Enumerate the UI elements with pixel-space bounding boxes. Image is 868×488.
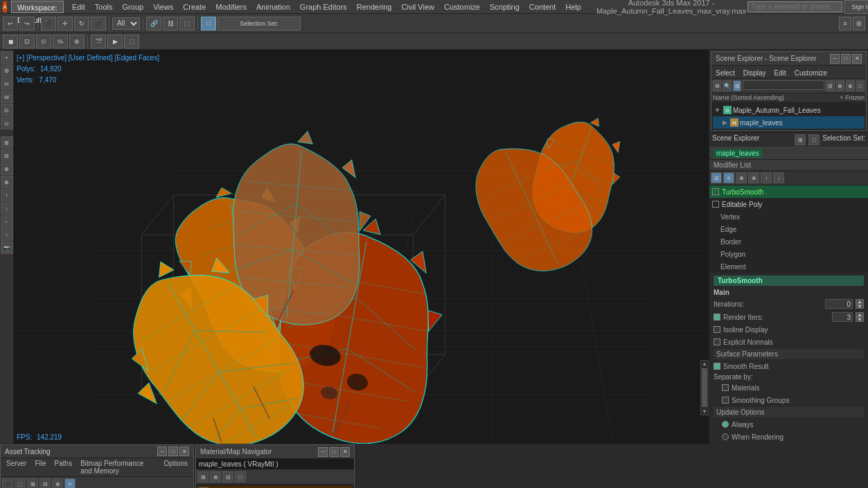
scene-footer-1[interactable]: ⊞	[795, 134, 806, 145]
viewport-nav-2[interactable]: ⊟	[1, 150, 13, 162]
menu-customize[interactable]: Scripting	[486, 0, 524, 14]
matmap-scrollbar[interactable]: ▲ ▼	[700, 360, 709, 415]
move-btn[interactable]: ✛	[57, 17, 73, 30]
surface-params-section[interactable]: Surface Parameters	[714, 349, 864, 359]
modifier-border[interactable]: Border	[709, 235, 868, 248]
menu-group[interactable]: Views	[149, 0, 177, 14]
modifier-editpoly[interactable]: Editable Poly	[709, 198, 868, 210]
when-rendering-radio[interactable]	[722, 433, 729, 440]
asset-maximize[interactable]: □	[168, 446, 178, 456]
matmap-maximize[interactable]: □	[329, 447, 339, 457]
render-iters-spinner[interactable]: ▲ ▼	[856, 312, 864, 322]
unlink-btn[interactable]: ⛓	[163, 17, 178, 30]
asset-tb-5[interactable]: ⊕	[52, 478, 63, 488]
scene-explorer-close[interactable]: ✕	[852, 54, 862, 64]
asset-tb-3[interactable]: ⊞	[27, 478, 38, 488]
scene-item-root[interactable]: ▼ G Maple_Autumn_Fall_Leaves	[713, 104, 865, 116]
workspace-selector[interactable]: Workspace: Default	[11, 1, 64, 13]
matmap-tb-2[interactable]: ⊕	[210, 471, 221, 482]
mod-tb-6[interactable]: ↓	[773, 172, 784, 183]
modifier-turbosm[interactable]: ✓ TurboSmooth	[709, 186, 868, 198]
menu-modifiers[interactable]: Animation	[252, 0, 294, 14]
matmap-tb-1[interactable]: ⊞	[197, 471, 209, 482]
viewport-nav-6[interactable]: ↓	[1, 202, 13, 215]
viewport-nav-5[interactable]: ↑	[1, 189, 13, 201]
asset-tb-2[interactable]: ⬚	[15, 478, 26, 488]
select-filter[interactable]: All	[112, 17, 140, 30]
asset-menu-file[interactable]: File	[30, 458, 50, 476]
layer-manager[interactable]: ≡	[839, 17, 851, 30]
viewport-nav-1[interactable]: ⊞	[1, 136, 13, 149]
scene-tb-5[interactable]: ⊗	[846, 80, 854, 91]
mod-tb-3[interactable]: ⊕	[736, 172, 747, 183]
snap-toggle[interactable]: ⊡	[19, 35, 35, 48]
viewport-area[interactable]: [+] [Perspective] [User Defined] [Edged …	[14, 50, 709, 444]
modify-tool[interactable]: ⚙	[1, 64, 13, 77]
scene-tb-filter[interactable]: ⊞	[733, 80, 741, 91]
iterations-spinner[interactable]: ▲ ▼	[856, 299, 864, 309]
scene-explorer-minimize[interactable]: ─	[830, 54, 840, 64]
modifier-vertex[interactable]: Vertex	[709, 210, 868, 223]
rotate-btn[interactable]: ↻	[74, 17, 89, 30]
scene-explorer-maximize[interactable]: □	[841, 54, 851, 64]
percent-snap[interactable]: %	[53, 35, 68, 48]
menu-graph-editors[interactable]: Rendering	[353, 0, 396, 14]
scene-tb-1[interactable]: ⚙	[713, 80, 721, 91]
mod-tb-5[interactable]: ↑	[761, 172, 772, 183]
viewport-nav-3[interactable]: ⊕	[1, 163, 13, 175]
menu-file[interactable]: Edit	[68, 0, 89, 14]
render-frame[interactable]: ⬚	[124, 35, 139, 48]
menu-views[interactable]: Create	[179, 0, 210, 14]
editpoly-check[interactable]	[712, 201, 719, 208]
menu-create[interactable]: Modifiers	[211, 0, 251, 14]
asset-minimize[interactable]: ─	[157, 446, 167, 456]
scene-tab-display[interactable]: Display	[739, 66, 770, 78]
mod-tb-4[interactable]: ⊗	[748, 172, 759, 183]
asset-menu-bitmap[interactable]: Bitmap Performance and Memory	[76, 458, 159, 476]
materials-check[interactable]	[722, 384, 729, 391]
scene-tb-4[interactable]: ⊕	[836, 80, 844, 91]
asset-close[interactable]: ✕	[179, 446, 189, 456]
display-tool[interactable]: D	[1, 104, 13, 116]
selection-sets[interactable]: Selection Set:	[218, 17, 301, 30]
menu-civil-view[interactable]: Customize	[440, 0, 484, 14]
utilities-tool[interactable]: U	[1, 117, 13, 129]
asset-tb-6[interactable]: ≡	[64, 478, 76, 488]
menu-tools[interactable]: Group	[118, 0, 148, 14]
matmap-tb-3[interactable]: ⊟	[222, 471, 233, 482]
render-iters-input[interactable]	[832, 312, 853, 322]
render-iters-check[interactable]	[714, 314, 720, 320]
menu-content[interactable]: Help	[561, 0, 585, 14]
render-setup[interactable]: 🎬	[91, 35, 106, 48]
smooth-result-check[interactable]	[714, 363, 720, 370]
iterations-input[interactable]	[825, 299, 853, 309]
scene-tb-6[interactable]: □	[856, 80, 865, 91]
matmap-minimize[interactable]: ─	[318, 447, 328, 457]
menu-animation[interactable]: Graph Editors	[296, 0, 351, 14]
matmap-tb-4[interactable]: □	[235, 471, 246, 482]
mod-tb-1[interactable]: ⊟	[711, 172, 722, 183]
modifier-polygon[interactable]: Polygon	[709, 248, 868, 260]
undo-btn[interactable]: ↩	[3, 17, 18, 30]
create-tool[interactable]: +	[1, 51, 13, 64]
scene-manager[interactable]: ⊞	[853, 17, 865, 30]
asset-menu-options[interactable]: Options	[160, 458, 192, 476]
render-prod[interactable]: ▶	[107, 35, 123, 48]
asset-tb-1[interactable]: ⬛	[2, 478, 13, 488]
scene-search[interactable]	[743, 80, 824, 90]
always-radio[interactable]	[722, 421, 729, 428]
angle-snap[interactable]: ⊙	[36, 35, 51, 48]
motion-tool[interactable]: M	[1, 91, 13, 103]
menu-rendering[interactable]: Civil View	[398, 0, 439, 14]
redo-btn[interactable]: ↪	[19, 17, 35, 30]
scene-tab-customize[interactable]: Customize	[790, 66, 831, 78]
link-btn[interactable]: 🔗	[146, 17, 161, 30]
spinner-snap[interactable]: ⊗	[69, 35, 85, 48]
scene-tb-3[interactable]: ⊟	[826, 80, 834, 91]
menu-edit[interactable]: Tools	[91, 0, 117, 14]
menu-scripting[interactable]: Content	[525, 0, 560, 14]
turbosm-check[interactable]: ✓	[712, 188, 719, 195]
menu-help[interactable]	[587, 0, 595, 14]
asset-menu-server[interactable]: Server	[2, 458, 30, 476]
scale-btn[interactable]: ⬛	[91, 17, 106, 30]
